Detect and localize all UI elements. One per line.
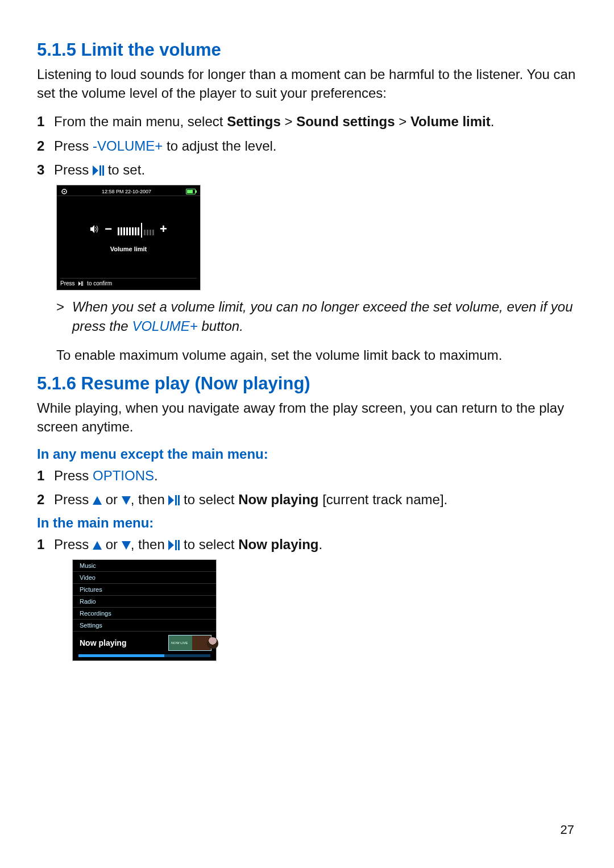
subhead-anymenu: In any menu except the main menu: <box>37 446 577 462</box>
svg-marker-15 <box>122 541 131 550</box>
steps-516a: 1 Press OPTIONS. 2 Press or , then to se… <box>37 467 577 509</box>
now-playing-thumb: NOW LIVE <box>168 635 211 651</box>
play-pause-icon <box>168 492 180 507</box>
menu-item: Recordings <box>73 608 216 620</box>
note-bullet: > <box>56 297 72 335</box>
svg-marker-14 <box>93 541 102 550</box>
steps-515: 1 From the main menu, select Settings > … <box>37 113 577 179</box>
svg-marker-10 <box>122 496 131 505</box>
minus-icon: − <box>105 222 112 236</box>
volume-ticks <box>118 223 154 235</box>
svg-rect-17 <box>175 540 177 550</box>
svg-rect-8 <box>82 281 83 286</box>
menu-item: Radio <box>73 596 216 608</box>
device-time: 12:58 PM 22-10-2007 <box>102 189 151 194</box>
album-art-face <box>207 637 218 649</box>
subhead-mainmenu: In the main menu: <box>37 515 577 531</box>
svg-rect-1 <box>99 165 101 176</box>
step-num: 3 <box>37 161 54 179</box>
play-pause-icon <box>168 537 180 552</box>
device-footer: Press to confirm <box>60 278 197 286</box>
page-number: 27 <box>561 823 574 837</box>
step-num: 1 <box>37 467 54 485</box>
menu-item: Pictures <box>73 584 216 596</box>
step-text: Press to set. <box>54 161 145 179</box>
menu-item: Video <box>73 572 216 584</box>
device-volume-limit-screenshot: 12:58 PM 22-10-2007 − + Volume limit Pre… <box>56 185 201 290</box>
svg-rect-7 <box>81 281 82 286</box>
svg-marker-11 <box>168 495 174 505</box>
device-vol-label: Volume limit <box>57 246 200 252</box>
svg-marker-0 <box>93 165 98 176</box>
step-text: Press or , then to select Now playing [c… <box>54 491 447 509</box>
progress-bar <box>78 654 210 657</box>
step-num: 2 <box>37 137 54 155</box>
step-num: 1 <box>37 113 54 131</box>
steps-516b: 1 Press or , then to select Now playing. <box>37 535 577 554</box>
triangle-up-icon <box>93 492 102 507</box>
svg-marker-6 <box>78 281 81 286</box>
step-text: Press or , then to select Now playing. <box>54 535 322 554</box>
plus-icon: + <box>160 222 167 236</box>
battery-icon <box>186 189 196 194</box>
note-515: > When you set a volume limit, you can n… <box>56 297 577 363</box>
step-text: Press -VOLUME+ to adjust the level. <box>54 137 277 155</box>
svg-marker-5 <box>90 225 94 233</box>
play-pause-icon <box>78 281 83 286</box>
svg-marker-9 <box>93 496 102 505</box>
triangle-down-icon <box>122 492 131 507</box>
play-pause-icon <box>93 162 104 177</box>
intro-515: Listening to loud sounds for longer than… <box>37 65 577 102</box>
heading-515: 5.1.5 Limit the volume <box>37 40 577 60</box>
menu-item: Music <box>73 560 216 572</box>
note-line2: To enable maximum volume again, set the … <box>56 347 577 363</box>
svg-point-4 <box>64 191 65 192</box>
menu-item: Settings <box>73 620 216 632</box>
triangle-down-icon <box>122 537 131 552</box>
triangle-up-icon <box>93 537 102 552</box>
step-text: Press OPTIONS. <box>54 467 158 485</box>
gear-icon <box>61 189 67 194</box>
note-text: When you set a volume limit, you can no … <box>72 297 577 335</box>
heading-516: 5.1.6 Resume play (Now playing) <box>37 373 577 394</box>
step-num: 2 <box>37 491 54 509</box>
step-num: 1 <box>37 535 54 554</box>
now-playing-label: Now playing <box>80 638 126 647</box>
svg-marker-16 <box>168 540 174 550</box>
device-main-menu-screenshot: Music Video Pictures Radio Recordings Se… <box>72 559 217 661</box>
intro-516: While playing, when you navigate away fr… <box>37 398 577 436</box>
svg-rect-12 <box>175 495 177 505</box>
step-text: From the main menu, select Settings > So… <box>54 113 494 131</box>
speaker-icon <box>90 225 99 234</box>
